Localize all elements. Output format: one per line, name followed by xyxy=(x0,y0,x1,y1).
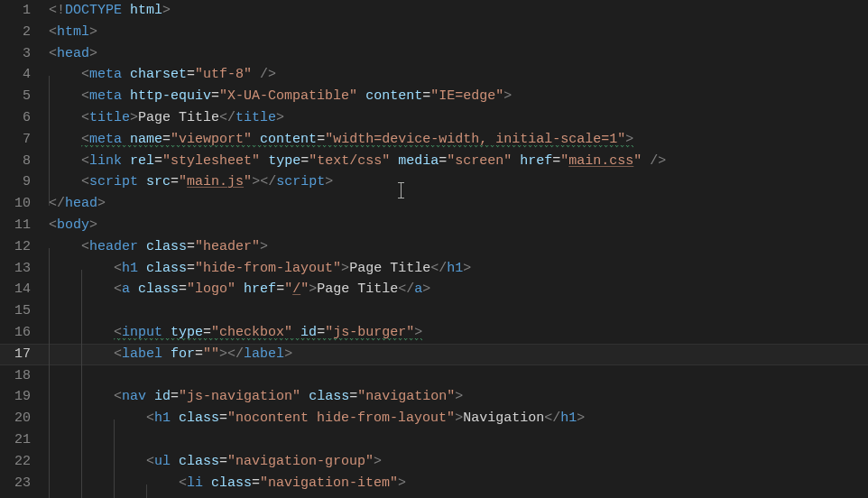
token-br: > xyxy=(260,239,268,254)
token-txt: = xyxy=(317,132,325,147)
token-tag: h1 xyxy=(447,261,463,276)
code-line[interactable]: <h1 class="hide-from-layout">Page Title<… xyxy=(49,258,868,280)
code-line[interactable]: <label for=""></label> xyxy=(49,344,868,365)
token-txt: = xyxy=(349,389,357,404)
code-line[interactable]: <meta http-equiv="X-UA-Compatible" conte… xyxy=(49,86,868,107)
code-editor-area[interactable]: <!DOCTYPE html><html><head><meta charset… xyxy=(40,0,868,498)
line-number: 15 xyxy=(0,300,31,322)
token-txt: = xyxy=(276,281,284,297)
code-line-content: <link rel="stylesheet" type="text/css" m… xyxy=(81,153,666,169)
token-str: " xyxy=(179,174,187,189)
token-txt xyxy=(512,153,520,169)
token-br: > xyxy=(276,110,284,125)
token-tag: li xyxy=(187,475,203,491)
code-line-content: <body> xyxy=(49,217,97,233)
code-line-content: <meta http-equiv="X-UA-Compatible" conte… xyxy=(81,88,512,104)
token-str: " xyxy=(300,281,309,297)
token-br: ></ xyxy=(252,174,276,189)
token-txt xyxy=(252,132,260,147)
code-line[interactable]: <input type="checkbox" id="js-burger"> xyxy=(49,322,868,344)
token-txt: Navigation xyxy=(463,410,544,426)
token-tag: ul xyxy=(154,454,171,469)
token-br: < xyxy=(146,454,154,469)
token-br: > xyxy=(625,132,633,147)
code-line[interactable]: <link rel="stylesheet" type="text/css" m… xyxy=(49,151,868,172)
token-br: < xyxy=(49,217,57,233)
token-br: > xyxy=(577,410,585,426)
token-attr: type xyxy=(171,325,203,340)
code-line[interactable]: <h1 class="nocontent hide-from-layout">N… xyxy=(49,408,868,429)
token-br: < xyxy=(81,174,89,189)
token-str: "navigation-group" xyxy=(227,454,374,469)
line-number-gutter[interactable]: 1234567891011121314151617181920212223 xyxy=(0,0,40,498)
token-str: "viewport" xyxy=(171,132,252,147)
token-txt: = xyxy=(195,346,203,362)
code-line[interactable]: <meta name="viewport" content="width=dev… xyxy=(49,129,868,151)
line-number: 2 xyxy=(0,22,31,43)
token-br: <! xyxy=(49,3,65,18)
token-txt: = xyxy=(422,88,430,104)
token-tag: h1 xyxy=(122,261,138,276)
token-str: "nocontent hide-from-layout" xyxy=(227,410,455,426)
code-line-content: <nav id="js-navigation" class="navigatio… xyxy=(114,389,463,404)
code-line[interactable]: <script src="main.js"></script> xyxy=(49,171,868,193)
code-line-content: <meta charset="utf-8" /> xyxy=(81,67,276,82)
code-line[interactable]: </head> xyxy=(49,193,868,215)
token-br: < xyxy=(146,410,154,426)
token-tag: a xyxy=(122,281,130,297)
token-txt xyxy=(122,67,130,82)
token-br: > xyxy=(414,325,422,340)
token-br: > xyxy=(97,196,106,211)
token-tag: title xyxy=(235,110,276,125)
token-txt xyxy=(357,88,365,104)
code-line[interactable]: <html> xyxy=(49,22,868,43)
token-br: > xyxy=(341,261,349,276)
token-txt: = xyxy=(552,153,560,169)
token-str: " xyxy=(244,174,252,189)
code-line[interactable]: <title>Page Title</title> xyxy=(49,107,868,129)
token-txt: = xyxy=(171,174,179,189)
code-line[interactable] xyxy=(49,300,868,322)
token-br: /> xyxy=(650,153,666,169)
token-attr: src xyxy=(146,174,171,189)
token-txt: = xyxy=(171,389,179,404)
token-attr: href xyxy=(520,153,552,169)
code-line-content: <html> xyxy=(49,24,97,40)
code-line[interactable]: <meta charset="utf-8" /> xyxy=(49,64,868,86)
token-br: < xyxy=(81,67,89,82)
token-tag: meta xyxy=(89,88,122,104)
token-tag: link xyxy=(89,153,122,169)
token-txt: = xyxy=(317,325,325,340)
code-line[interactable] xyxy=(49,429,868,451)
token-txt xyxy=(171,454,179,469)
line-number: 9 xyxy=(0,171,31,193)
token-txt xyxy=(138,239,146,254)
line-number: 21 xyxy=(0,429,31,451)
line-number: 4 xyxy=(0,64,31,86)
token-str: main.js xyxy=(187,174,244,189)
token-attr: class xyxy=(138,281,179,297)
code-line[interactable]: <!DOCTYPE html> xyxy=(49,0,868,22)
token-tag: body xyxy=(57,217,89,233)
line-number: 7 xyxy=(0,129,31,151)
code-line[interactable]: <ul class="navigation-group"> xyxy=(49,451,868,473)
code-line[interactable]: <nav id="js-navigation" class="navigatio… xyxy=(49,386,868,408)
code-line-content: <header class="header"> xyxy=(81,239,268,254)
token-attr: class xyxy=(179,454,219,469)
code-line[interactable]: <header class="header"> xyxy=(49,236,868,258)
code-line[interactable]: <a class="logo" href="/">Page Title</a> xyxy=(49,279,868,300)
token-tag: DOCTYPE xyxy=(65,3,122,18)
token-br: < xyxy=(49,24,57,40)
line-number: 11 xyxy=(0,215,31,236)
token-str: " xyxy=(284,281,292,297)
token-br: > xyxy=(162,3,171,18)
token-br: < xyxy=(81,132,89,147)
code-line[interactable]: <head> xyxy=(49,43,868,65)
token-br: < xyxy=(81,239,89,254)
token-br: < xyxy=(81,153,89,169)
code-line[interactable]: <body> xyxy=(49,215,868,236)
token-txt xyxy=(122,3,130,18)
token-txt xyxy=(138,261,146,276)
code-line[interactable]: <li class="navigation-item"> xyxy=(49,473,868,494)
code-line[interactable] xyxy=(49,365,868,387)
